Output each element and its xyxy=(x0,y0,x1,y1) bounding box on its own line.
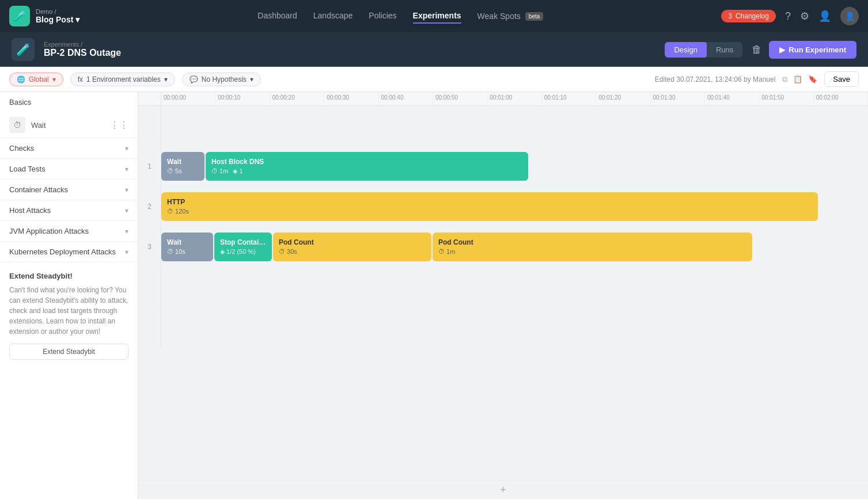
chevron-down-icon: ▾ xyxy=(125,207,128,215)
sidebar-section-header-host-attacks[interactable]: Host Attacks ▾ xyxy=(0,200,138,220)
extend-title: Extend Steadybit! xyxy=(9,272,128,280)
hypothesis-button[interactable]: 💬 No Hypothesis ▾ xyxy=(182,73,261,86)
extend-text: Can't find what you're looking for? You … xyxy=(9,285,128,337)
timeline-tick: 00:01:10 xyxy=(542,92,596,105)
row-content: HTTP⏱ 120s xyxy=(161,186,868,226)
sidebar-section-checks: Checks ▾ xyxy=(0,138,138,159)
timeline-tick: 00:00:30 xyxy=(324,92,378,105)
nav-dashboard[interactable]: Dashboard xyxy=(257,9,297,24)
timeline-tick: 00:00:40 xyxy=(379,92,433,105)
tab-design[interactable]: Design xyxy=(665,42,706,58)
timeline-tick: 00:01:20 xyxy=(596,92,650,105)
toolbar-icons: ⧉ 📋 🔖 xyxy=(782,75,817,84)
exp-title-area: Experiments / BP-2 DNS Outage xyxy=(44,41,655,58)
sidebar-section-header-load-tests[interactable]: Load Tests ▾ xyxy=(0,159,138,179)
sidebar-section-k8s-attacks: Kubernetes Deployment Attacks ▾ xyxy=(0,242,138,262)
block-stop-container[interactable]: Stop Container◈ 1/2 (50 %) xyxy=(214,233,272,261)
experiment-icon: 🧪 xyxy=(12,38,35,61)
demo-label: Demo / xyxy=(36,8,79,15)
row-number: 3 xyxy=(138,227,161,266)
avatar[interactable]: 👤 xyxy=(840,7,859,25)
sidebar-section-load-tests: Load Tests ▾ xyxy=(0,159,138,180)
timeline-tick: 00:00:20 xyxy=(270,92,324,105)
timeline-tick: 00:00:10 xyxy=(215,92,270,105)
play-icon: ▶ xyxy=(779,45,785,54)
timeline-tick: 00:01:50 xyxy=(759,92,813,105)
block-wait[interactable]: Wait⏱ 5s xyxy=(161,152,204,181)
nav-right: 3 Changelog ? ⚙ 👤 👤 xyxy=(721,7,859,25)
timeline-tick: 00:01:40 xyxy=(705,92,759,105)
extend-button[interactable]: Extend Steadybit xyxy=(9,344,128,360)
app-label: Blog Post ▾ xyxy=(36,15,79,24)
nav-weakspots[interactable]: Weak Spots beta xyxy=(477,9,544,24)
delete-icon[interactable]: 🗑 xyxy=(752,44,762,56)
row-content: Wait⏱ 10sStop Container◈ 1/2 (50 %)Pod C… xyxy=(161,227,868,266)
nav-links: Dashboard Landscape Policies Experiments… xyxy=(98,9,703,24)
changelog-button[interactable]: 3 Changelog xyxy=(721,10,776,22)
chevron-down-icon: ▾ xyxy=(125,165,128,173)
timeline-tick: 00:00:00 xyxy=(161,92,215,105)
beta-badge: beta xyxy=(525,12,543,21)
comment-icon: 💬 xyxy=(189,75,198,83)
nav-experiments[interactable]: Experiments xyxy=(413,9,461,24)
settings-icon[interactable]: ⚙ xyxy=(800,10,809,22)
tab-runs[interactable]: Runs xyxy=(707,42,742,58)
nav-policies[interactable]: Policies xyxy=(369,9,396,24)
nav-landscape[interactable]: Landscape xyxy=(313,9,353,24)
chevron-down-icon: ▾ xyxy=(125,186,128,194)
copy-icon[interactable]: ⧉ xyxy=(782,75,787,84)
sidebar-section-header-basics[interactable]: Basics xyxy=(0,92,138,112)
timeline-ticks: 00:00:0000:00:1000:00:2000:00:3000:00:40… xyxy=(161,92,868,105)
sidebar-section-container-attacks: Container Attacks ▾ xyxy=(0,180,138,200)
sidebar-section-basics: Basics ⏱ Wait ⋮⋮ xyxy=(0,92,138,138)
block-pod-count-1[interactable]: Pod Count⏱ 30s xyxy=(273,233,431,261)
table-row: 2HTTP⏱ 120s xyxy=(138,186,868,227)
block-pod-count-2[interactable]: Pod Count⏱ 1m xyxy=(433,233,752,261)
block-host-block-dns[interactable]: Host Block DNS⏱ 1m◈ 1 xyxy=(206,152,528,181)
page-title: BP-2 DNS Outage xyxy=(44,48,655,58)
top-nav: 🧪 Demo / Blog Post ▾ Dashboard Landscape… xyxy=(0,0,868,32)
timeline-empty-row xyxy=(138,106,868,146)
sidebar-section-header-checks[interactable]: Checks ▾ xyxy=(0,138,138,158)
document-icon[interactable]: 📋 xyxy=(793,75,802,84)
breadcrumb: Experiments / xyxy=(44,41,655,48)
logo-icon: 🧪 xyxy=(9,6,30,26)
user-icon[interactable]: 👤 xyxy=(818,10,831,22)
fx-icon: fx xyxy=(78,75,83,83)
sidebar: Basics ⏱ Wait ⋮⋮ Checks ▾ Load Tests ▾ xyxy=(0,92,138,499)
row-number: 1 xyxy=(138,146,161,186)
chevron-down-icon: ▾ xyxy=(125,144,128,153)
timeline-tick: 00:01:30 xyxy=(651,92,705,105)
globe-icon: 🌐 xyxy=(17,75,25,83)
chevron-down-icon: ▾ xyxy=(125,227,128,235)
block-http[interactable]: HTTP⏱ 120s xyxy=(161,192,818,221)
sidebar-section-header-jvm-attacks[interactable]: JVM Application Attacks ▾ xyxy=(0,221,138,241)
chevron-down-icon: ▾ xyxy=(125,248,128,256)
help-icon[interactable]: ? xyxy=(785,10,791,22)
global-button[interactable]: 🌐 Global ▾ xyxy=(9,73,63,86)
timeline-area: 00:00:0000:00:1000:00:2000:00:3000:00:40… xyxy=(138,92,868,499)
bookmark-icon[interactable]: 🔖 xyxy=(808,75,817,84)
table-row: 1Wait⏱ 5sHost Block DNS⏱ 1m◈ 1 xyxy=(138,146,868,186)
block-wait-3[interactable]: Wait⏱ 10s xyxy=(161,233,213,261)
timeline-tick: 00:01:00 xyxy=(487,92,541,105)
timeline-tick: 00:00:50 xyxy=(433,92,487,105)
table-row: 3Wait⏱ 10sStop Container◈ 1/2 (50 %)Pod … xyxy=(138,227,868,267)
chevron-down-icon: ▾ xyxy=(250,75,253,83)
timeline-empty-row xyxy=(138,307,868,348)
logo-area[interactable]: 🧪 Demo / Blog Post ▾ xyxy=(9,6,79,26)
save-button[interactable]: Save xyxy=(824,71,859,87)
sidebar-section-header-k8s-attacks[interactable]: Kubernetes Deployment Attacks ▾ xyxy=(0,242,138,262)
timeline-header: 00:00:0000:00:1000:00:2000:00:3000:00:40… xyxy=(138,92,868,106)
breadcrumb-bar: 🧪 Experiments / BP-2 DNS Outage Design R… xyxy=(0,32,868,67)
row-content: Wait⏱ 5sHost Block DNS⏱ 1m◈ 1 xyxy=(161,146,868,186)
main-layout: Basics ⏱ Wait ⋮⋮ Checks ▾ Load Tests ▾ xyxy=(0,92,868,499)
sidebar-item-wait[interactable]: ⏱ Wait ⋮⋮ xyxy=(0,112,138,138)
edit-info: Edited 30.07.2021, 13:24:06 by Manuel xyxy=(655,75,776,83)
add-row-button[interactable]: + xyxy=(138,481,868,499)
env-variables-button[interactable]: fx 1 Environment variables ▾ xyxy=(70,73,175,86)
timeline-tick: 00:02:00 xyxy=(814,92,868,105)
run-experiment-button[interactable]: ▶ Run Experiment xyxy=(769,41,856,59)
timeline-rows: 1Wait⏱ 5sHost Block DNS⏱ 1m◈ 12HTTP⏱ 120… xyxy=(138,106,868,481)
sidebar-section-header-container-attacks[interactable]: Container Attacks ▾ xyxy=(0,180,138,200)
